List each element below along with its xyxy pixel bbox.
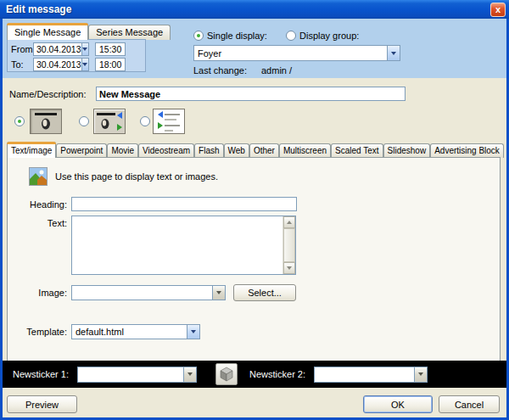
- footer: Preview OK Cancel: [3, 388, 506, 417]
- tab-powerpoint[interactable]: Powerpoint: [56, 143, 107, 158]
- chevron-down-icon[interactable]: [414, 367, 427, 382]
- from-time-field[interactable]: 15:30: [95, 42, 126, 56]
- chevron-down-icon[interactable]: [81, 43, 88, 55]
- scroll-down-icon[interactable]: [283, 262, 295, 274]
- chevron-down-icon[interactable]: [183, 367, 196, 382]
- dialog-body: Single Message Series Message From 30.04…: [3, 19, 506, 417]
- tab-other[interactable]: Other: [249, 143, 279, 158]
- layout-fullscreen-radio[interactable]: [14, 116, 25, 126]
- template-select[interactable]: default.html: [71, 324, 200, 339]
- textarea-scrollbar[interactable]: [282, 216, 295, 274]
- name-description-label: Name/Description:: [9, 89, 86, 99]
- template-label: Template:: [8, 327, 67, 337]
- chevron-down-icon[interactable]: [187, 325, 199, 339]
- tab-movie[interactable]: Movie: [107, 143, 138, 158]
- display-group-label: Display group:: [299, 31, 359, 41]
- close-icon[interactable]: x: [490, 3, 506, 17]
- tickers-only-radio[interactable]: [140, 116, 150, 126]
- picture-icon: [29, 167, 48, 186]
- to-date-combo[interactable]: 30.04.2013: [33, 58, 89, 71]
- newsticker2-label: Newsticker 2:: [249, 369, 305, 379]
- single-display-label: Single display:: [207, 31, 267, 41]
- newsticker2-select[interactable]: [314, 367, 428, 383]
- display-group-option[interactable]: Display group:: [286, 31, 359, 41]
- select-image-button[interactable]: Select...: [233, 284, 296, 301]
- newsticker-bar: Newsticker 1: Newsticker 2:: [3, 361, 506, 388]
- schedule-panel: From 30.04.2013 15:30 To: 30.04.2013 18:…: [7, 39, 146, 72]
- last-change-value: admin /: [261, 65, 292, 76]
- layout-with-tickers-radio[interactable]: [79, 116, 89, 126]
- scrollbar-thumb[interactable]: [283, 228, 295, 262]
- preview-button[interactable]: Preview: [7, 395, 77, 413]
- to-date-value: 30.04.2013: [34, 59, 81, 70]
- heading-input[interactable]: [71, 197, 297, 211]
- chevron-down-icon[interactable]: [81, 59, 88, 70]
- titlebar: Edit message x: [0, 0, 509, 19]
- tab-flash[interactable]: Flash: [194, 143, 223, 158]
- layout-choice-row: [3, 107, 506, 136]
- window-title: Edit message: [6, 3, 490, 15]
- message-type-tabs: Single Message Series Message: [7, 23, 171, 40]
- tab-multiscreen[interactable]: Multiscreen: [279, 143, 331, 158]
- single-display-option[interactable]: Single display:: [193, 31, 267, 41]
- schedule-section: Single Message Series Message From 30.04…: [3, 19, 506, 78]
- cancel-button[interactable]: Cancel: [439, 395, 500, 413]
- text-label: Text:: [8, 218, 67, 228]
- from-date-value: 30.04.2013: [34, 44, 81, 54]
- scroll-up-icon[interactable]: [283, 216, 295, 228]
- tab-videostream[interactable]: Videostream: [138, 143, 194, 158]
- layout-with-tickers-icon[interactable]: [93, 109, 126, 134]
- image-label: Image:: [8, 288, 67, 298]
- package-box-icon[interactable]: [215, 363, 238, 385]
- display-target-value: Foyer: [194, 48, 387, 59]
- text-image-panel: Use this page to display text or images.…: [7, 157, 501, 375]
- heading-label: Heading:: [8, 199, 67, 210]
- name-description-input[interactable]: [96, 87, 406, 101]
- panel-hint-text: Use this page to display text or images.: [55, 171, 218, 182]
- newsticker1-select[interactable]: [77, 367, 197, 383]
- ok-button[interactable]: OK: [363, 395, 433, 413]
- image-select[interactable]: [71, 285, 226, 300]
- to-label: To:: [11, 59, 33, 70]
- tab-advertising-block[interactable]: Advertising Block: [430, 143, 504, 158]
- fullscreen-layout-icon[interactable]: [30, 109, 62, 134]
- content-type-tabs: Text/image Powerpoint Movie Videostream …: [7, 142, 504, 158]
- from-date-combo[interactable]: 30.04.2013: [33, 42, 89, 56]
- tickers-only-layout-icon[interactable]: [153, 109, 185, 134]
- template-select-value: default.html: [72, 327, 187, 337]
- edit-message-dialog: Edit message x Single Message Series Mes…: [0, 0, 509, 420]
- tab-web[interactable]: Web: [224, 143, 249, 158]
- display-group-radio[interactable]: [286, 31, 296, 41]
- tab-scaled-text[interactable]: Scaled Text: [331, 143, 383, 158]
- from-label: From: [11, 44, 33, 54]
- text-textarea[interactable]: [71, 216, 296, 275]
- newsticker1-label: Newsticker 1:: [13, 369, 69, 379]
- chevron-down-icon[interactable]: [387, 46, 400, 60]
- single-display-radio[interactable]: [193, 31, 204, 41]
- display-target-select[interactable]: Foyer: [193, 45, 400, 61]
- tab-slideshow[interactable]: Slideshow: [383, 143, 431, 158]
- last-change-label: Last change:: [193, 65, 247, 76]
- tab-text-image[interactable]: Text/image: [7, 142, 56, 158]
- tab-single-message[interactable]: Single Message: [7, 23, 88, 40]
- chevron-down-icon[interactable]: [212, 286, 225, 300]
- to-time-field[interactable]: 18:00: [95, 58, 126, 71]
- tab-series-message[interactable]: Series Message: [88, 25, 171, 40]
